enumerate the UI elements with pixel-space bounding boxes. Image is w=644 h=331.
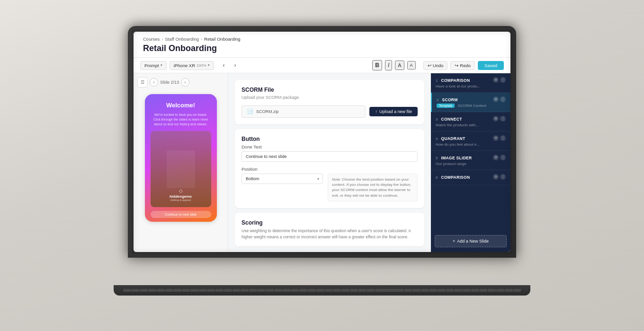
undo-label: Undo xyxy=(433,63,444,68)
slide-list-item-4[interactable]: 4 QUADRANT ⚙ ⋮ How do you feel about e..… xyxy=(431,131,510,151)
slide-item-2-icon-more[interactable]: ⋮ xyxy=(500,96,506,102)
position-select-wrap: Bottom Top None ▾ xyxy=(242,174,323,184)
slide-item-3-type: CONNECT xyxy=(441,117,462,122)
toolbar: Prompt ▾ iPhone XR 100% ▾ ‹ › xyxy=(134,58,510,73)
add-slide-button[interactable]: + Add a New Slide xyxy=(435,235,507,247)
slide-menu-button[interactable]: ☰ xyxy=(137,77,148,87)
slide-cta-button[interactable]: Continue to next slide xyxy=(151,211,211,218)
laptop: Courses › Staff Onboarding › Retail Onbo… xyxy=(128,26,516,296)
slide-next-button[interactable]: › xyxy=(181,78,189,87)
undo-icon: ↩ xyxy=(428,63,431,68)
laptop-screen: Courses › Staff Onboarding › Retail Onbo… xyxy=(134,32,510,252)
slide-item-4-num: 4 xyxy=(436,137,438,141)
slide-counter: Slide 2/13 xyxy=(160,80,179,85)
device-button[interactable]: iPhone XR 100% ▾ xyxy=(170,61,214,70)
slide-item-4-type: QUADRANT xyxy=(441,136,465,141)
slide-logo-name: hiddengems xyxy=(170,194,192,199)
slide-item-1-info: 1 COMPARISON xyxy=(436,77,470,83)
slide-item-1-type: COMPARISON xyxy=(441,78,470,83)
prompt-label: Prompt xyxy=(144,63,159,68)
slide-item-5-icon-more[interactable]: ⋮ xyxy=(500,155,506,160)
slide-body-text: We're excited to have you on board. Clic… xyxy=(151,113,211,126)
breadcrumb-sep-2: › xyxy=(201,37,202,42)
page-title: Retail Onboarding xyxy=(143,44,501,53)
slide-list-item-3[interactable]: 3 CONNECT ⚙ ⋮ Match the products with... xyxy=(431,112,510,131)
slide-item-2-icon-settings[interactable]: ⚙ xyxy=(493,96,499,102)
slide-item-3-num: 3 xyxy=(436,117,438,122)
slide-logo-tagline: clothing & apparel xyxy=(170,199,192,201)
slide-item-1-icon-more[interactable]: ⋮ xyxy=(500,77,506,83)
slide-item-4-icon-more[interactable]: ⋮ xyxy=(500,135,506,141)
nav-prev-button[interactable]: ‹ xyxy=(219,60,229,70)
position-select[interactable]: Bottom Top None xyxy=(242,174,323,184)
slide-item-1-header: 1 COMPARISON ⚙ ⋮ xyxy=(436,77,506,83)
app-header: Courses › Staff Onboarding › Retail Onbo… xyxy=(134,32,510,58)
slide-item-3-icon-more[interactable]: ⋮ xyxy=(500,116,506,122)
slide-prev-button[interactable]: ‹ xyxy=(150,78,158,87)
position-note: Note: Choose the best position based on … xyxy=(328,174,418,201)
upload-label: Upload a new file xyxy=(379,109,412,114)
prompt-button[interactable]: Prompt ▾ xyxy=(140,61,167,70)
slide-item-2-header: 2 SCORM ⚙ ⋮ xyxy=(437,96,506,102)
add-icon: + xyxy=(453,239,455,244)
slide-item-5-icon-settings[interactable]: ⚙ xyxy=(493,155,499,160)
font-small-button[interactable]: A xyxy=(407,61,416,70)
slide-image-area: ◇ hiddengems clothing & apparel xyxy=(151,131,211,207)
menu-icon: ☰ xyxy=(141,80,144,85)
laptop-keyboard xyxy=(114,285,530,296)
slide-list-item-6[interactable]: 6 COMPARISON ⚙ ⋮ xyxy=(431,170,510,185)
bold-button[interactable]: B xyxy=(372,60,382,70)
slide-item-3-icons: ⚙ ⋮ xyxy=(493,116,506,122)
done-text-input[interactable] xyxy=(242,151,418,162)
slide-list-item-1[interactable]: 1 COMPARISON ⚙ ⋮ Have a look at our prod… xyxy=(431,73,510,93)
slide-list-item-2[interactable]: 2 SCORM ⚙ ⋮ Template xyxy=(431,93,510,112)
slide-item-6-header: 6 COMPARISON ⚙ ⋮ xyxy=(436,174,506,180)
editor-panel: SCORM File Upload your SCORM package. 📄 … xyxy=(228,73,431,252)
slide-item-4-header: 4 QUADRANT ⚙ ⋮ xyxy=(436,135,506,141)
slide-item-6-icon-more[interactable]: ⋮ xyxy=(500,174,506,180)
slide-list-item-5[interactable]: 5 IMAGE SLIDER ⚙ ⋮ Our product range xyxy=(431,151,510,170)
nav-next-button[interactable]: › xyxy=(230,60,241,70)
slide-item-4-icons: ⚙ ⋮ xyxy=(493,135,506,141)
scoring-card: Scoring Use weighting to determine the i… xyxy=(235,213,424,247)
scorm-card: SCORM File Upload your SCORM package. 📄 … xyxy=(235,80,424,124)
italic-button[interactable]: I xyxy=(385,60,392,70)
upload-button[interactable]: ↑ Upload a new file xyxy=(369,107,418,116)
slide-item-3-icon-settings[interactable]: ⚙ xyxy=(493,116,499,122)
slide-item-5-icons: ⚙ ⋮ xyxy=(493,155,506,160)
app-ui: Courses › Staff Onboarding › Retail Onbo… xyxy=(134,32,510,252)
device-chevron-icon: ▾ xyxy=(208,63,210,67)
breadcrumb-current: Retail Onboarding xyxy=(204,36,241,42)
redo-icon: ↪ xyxy=(455,63,458,68)
slide-item-6-num: 6 xyxy=(436,175,438,180)
slide-item-3-info: 3 CONNECT xyxy=(436,116,462,122)
saved-button[interactable]: Saved xyxy=(478,61,504,70)
file-icon: 📄 xyxy=(247,108,253,115)
font-size-button[interactable]: A xyxy=(395,61,404,70)
laptop-lid: Courses › Staff Onboarding › Retail Onbo… xyxy=(128,26,516,258)
slide-item-5-type: IMAGE SLIDER xyxy=(441,156,472,160)
slide-item-2-num: 2 xyxy=(437,98,438,102)
slide-item-4-icon-settings[interactable]: ⚙ xyxy=(493,135,499,141)
slide-item-5-desc: Our product range xyxy=(436,162,506,166)
breadcrumb-courses[interactable]: Courses xyxy=(143,36,160,42)
breadcrumb-staff[interactable]: Staff Onboarding xyxy=(165,36,199,42)
slide-item-2-info: 2 SCORM xyxy=(437,96,458,102)
slide-item-3-desc: Match the products with... xyxy=(436,123,506,127)
undo-button[interactable]: ↩ Undo xyxy=(423,61,448,70)
slide-item-6-type: COMPARISON xyxy=(441,175,470,180)
slide-item-3-header: 3 CONNECT ⚙ ⋮ xyxy=(436,116,506,122)
device-label: iPhone XR xyxy=(174,63,195,68)
slide-item-6-icon-settings[interactable]: ⚙ xyxy=(493,174,499,180)
device-zoom: 100% xyxy=(197,63,206,68)
button-card-title: Button xyxy=(242,136,418,142)
redo-label: Redo xyxy=(460,63,471,68)
slides-list-panel: 1 COMPARISON ⚙ ⋮ Have a look at our prod… xyxy=(431,73,510,252)
slide-preview-panel: ☰ ‹ Slide 2/13 › Welcome! We're xyxy=(134,73,228,252)
main-content: ☰ ‹ Slide 2/13 › Welcome! We're xyxy=(134,73,510,252)
file-display: 📄 SCORM.zip xyxy=(242,105,366,118)
slide-item-1-icon-settings[interactable]: ⚙ xyxy=(493,77,499,83)
slide-preview: Welcome! We're excited to have you on bo… xyxy=(145,94,217,222)
redo-button[interactable]: ↪ Redo xyxy=(450,61,475,70)
slide-item-2-type: SCORM xyxy=(442,97,458,102)
